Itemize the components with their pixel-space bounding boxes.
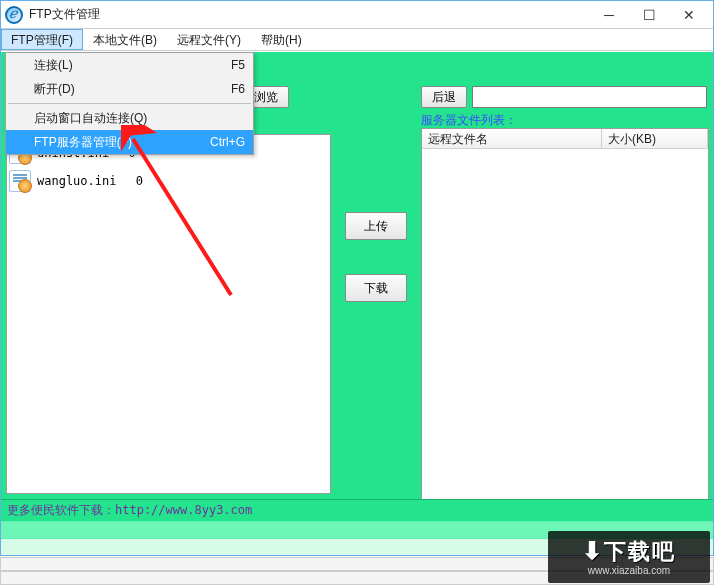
menu-local[interactable]: 本地文件(B)	[83, 29, 167, 50]
menu-connect[interactable]: 连接(L) F5	[6, 53, 253, 77]
menu-disconnect[interactable]: 断开(D) F6	[6, 77, 253, 101]
file-size: 0	[136, 174, 143, 188]
menu-remote[interactable]: 远程文件(Y)	[167, 29, 251, 50]
download-arrow-icon: ⬇	[582, 537, 604, 564]
menu-label: 断开(D)	[34, 81, 75, 98]
remote-file-panel: 远程文件名 大小(KB)	[421, 128, 709, 506]
menu-help[interactable]: 帮助(H)	[251, 29, 312, 50]
menu-shortcut: F6	[211, 82, 245, 96]
right-toolbar: 后退	[421, 86, 707, 108]
menu-label: 连接(L)	[34, 57, 73, 74]
titlebar: FTP文件管理 ─ ☐ ✕	[1, 1, 713, 29]
menu-server-manage[interactable]: FTP服务器管理(F) Ctrl+G	[6, 130, 253, 154]
remote-path-input[interactable]	[472, 86, 707, 108]
ini-file-icon	[9, 170, 31, 192]
app-icon	[5, 6, 23, 24]
menu-label: FTP服务器管理(F)	[34, 134, 132, 151]
download-button[interactable]: 下载	[345, 274, 407, 302]
local-file-panel: uninst.ini 0 wangluo.ini 0	[6, 134, 331, 494]
remote-columns: 远程文件名 大小(KB)	[422, 129, 708, 149]
ftp-menu-dropdown: 连接(L) F5 断开(D) F6 启动窗口自动连接(Q) FTP服务器管理(F…	[5, 52, 254, 155]
window-controls: ─ ☐ ✕	[589, 1, 709, 29]
watermark-url: www.xiazaiba.com	[588, 565, 670, 576]
watermark: ⬇下载吧 www.xiazaiba.com	[548, 531, 710, 583]
upload-button[interactable]: 上传	[345, 212, 407, 240]
window-title: FTP文件管理	[29, 6, 100, 23]
app-window: FTP文件管理 ─ ☐ ✕ FTP管理(F) 本地文件(B) 远程文件(Y) 帮…	[0, 0, 714, 556]
menu-shortcut: F5	[211, 58, 245, 72]
list-item[interactable]: wangluo.ini 0	[9, 167, 328, 195]
menu-ftp[interactable]: FTP管理(F)	[1, 29, 83, 50]
menu-autoconnect[interactable]: 启动窗口自动连接(Q)	[6, 106, 253, 130]
close-button[interactable]: ✕	[669, 1, 709, 29]
menu-separator	[8, 103, 251, 104]
minimize-button[interactable]: ─	[589, 1, 629, 29]
col-remote-name[interactable]: 远程文件名	[422, 129, 602, 148]
status-text: 更多便民软件下载：http://www.8yy3.com	[1, 500, 713, 521]
menubar: FTP管理(F) 本地文件(B) 远程文件(Y) 帮助(H)	[1, 29, 713, 51]
maximize-button[interactable]: ☐	[629, 1, 669, 29]
server-list-label: 服务器文件列表：	[421, 112, 517, 129]
menu-shortcut: Ctrl+G	[190, 135, 245, 149]
watermark-brand: ⬇下载吧	[582, 539, 676, 563]
transfer-buttons: 上传 下载	[345, 212, 407, 302]
file-name: wangluo.ini	[37, 174, 116, 188]
back-button[interactable]: 后退	[421, 86, 467, 108]
menu-label: 启动窗口自动连接(Q)	[34, 110, 147, 127]
col-remote-size[interactable]: 大小(KB)	[602, 129, 708, 148]
